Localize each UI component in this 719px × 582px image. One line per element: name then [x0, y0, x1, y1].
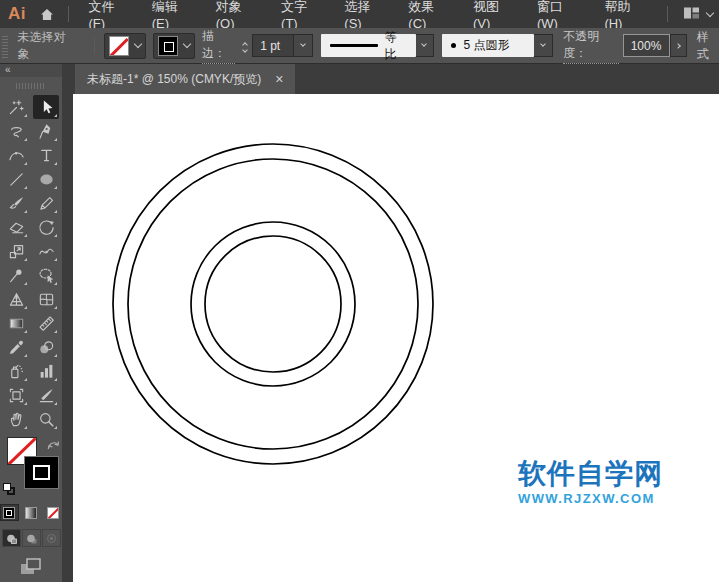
opacity-label[interactable]: 不透明度：: [563, 28, 618, 64]
style-label[interactable]: 样式: [697, 29, 719, 63]
draw-normal-button[interactable]: [2, 529, 21, 547]
artwork-concentric-circles[interactable]: [73, 94, 719, 582]
magic-wand-tool[interactable]: [3, 95, 29, 119]
watermark: 软件自学网 WWW.RJZXW.COM: [518, 460, 663, 505]
column-graph-tool[interactable]: [33, 359, 59, 383]
chevron-down-icon: [134, 40, 142, 48]
menu-item-file[interactable]: 文件(F): [77, 0, 140, 28]
pen-tool[interactable]: [33, 119, 59, 143]
shape-builder-tool[interactable]: [33, 263, 59, 287]
draw-behind-button[interactable]: [22, 529, 41, 547]
watermark-title: 软件自学网: [518, 460, 663, 488]
canvas[interactable]: 软件自学网 WWW.RJZXW.COM: [73, 94, 719, 582]
draw-inside-button[interactable]: [42, 529, 61, 547]
document-tab-title: 未标题-1* @ 150% (CMYK/预览): [87, 71, 261, 88]
menu-item-view[interactable]: 视图(V): [462, 0, 526, 28]
panel-drag-grip[interactable]: [16, 83, 46, 89]
eraser-tool[interactable]: [3, 215, 29, 239]
hand-tool[interactable]: [3, 407, 29, 431]
mesh-tool[interactable]: [33, 287, 59, 311]
stroke-black-swatch[interactable]: [158, 36, 178, 56]
home-icon[interactable]: [35, 4, 59, 24]
type-tool[interactable]: [33, 143, 59, 167]
close-icon[interactable]: ×: [275, 72, 283, 86]
stroke-well-black[interactable]: [24, 456, 59, 489]
color-type-buttons: [0, 504, 62, 521]
stroke-width-input[interactable]: 1 pt: [252, 34, 294, 57]
gradient-button[interactable]: [22, 504, 41, 521]
swap-fill-stroke-icon[interactable]: [47, 436, 60, 454]
eyedropper-tool[interactable]: [3, 335, 29, 359]
document-tab[interactable]: 未标题-1* @ 150% (CMYK/预览) ×: [75, 64, 295, 94]
paintbrush-tool[interactable]: [3, 191, 29, 215]
circle-shape[interactable]: [205, 236, 341, 372]
circle-shape[interactable]: [128, 159, 418, 449]
menu-item-window[interactable]: 窗口(W): [526, 0, 593, 28]
selection-tool[interactable]: [33, 95, 59, 119]
brush-select[interactable]: 5 点圆形: [442, 34, 534, 57]
brush-label: 5 点圆形: [463, 37, 509, 54]
width-tool[interactable]: [33, 239, 59, 263]
workspace-icon: [683, 5, 700, 24]
stroke-profile-dropdown[interactable]: [416, 34, 435, 57]
tools-panel: «: [0, 64, 62, 582]
measure-tool[interactable]: [33, 311, 59, 335]
chevron-right-icon: [676, 43, 682, 49]
menu-items: 文件(F)编辑(E)对象(O)文字(T)选择(S)效果(C)视图(V)窗口(W)…: [77, 0, 658, 28]
menu-item-select[interactable]: 选择(S): [333, 0, 397, 28]
screen-mode-button[interactable]: [0, 556, 62, 578]
drag-grip[interactable]: [2, 34, 8, 58]
menu-item-effect[interactable]: 效果(C): [397, 0, 462, 28]
chevron-down-icon: [540, 41, 546, 47]
menu-item-edit[interactable]: 编辑(E): [141, 0, 205, 28]
fill-color-control[interactable]: [104, 33, 146, 59]
shaper-tool[interactable]: [33, 191, 59, 215]
curvature-tool[interactable]: [3, 143, 29, 167]
ellipse-tool[interactable]: [33, 167, 59, 191]
zoom-tool[interactable]: [33, 407, 59, 431]
stroke-profile-select[interactable]: 等比: [321, 34, 416, 57]
screen-mode-icon: [18, 556, 44, 578]
perspective-grid-tool[interactable]: [3, 287, 29, 311]
puppet-warp-tool[interactable]: [3, 263, 29, 287]
stroke-profile-label: 等比: [385, 29, 407, 63]
brush-dropdown[interactable]: [534, 34, 553, 57]
menu-item-help[interactable]: 帮助(H): [593, 0, 658, 28]
gradient-tool[interactable]: [3, 311, 29, 335]
stroke-profile-preview: [330, 44, 378, 46]
lasso-tool[interactable]: [3, 119, 29, 143]
stroke-width-dropdown[interactable]: [294, 34, 313, 57]
control-bar: 未选择对象 描边： 1 pt 等比 5 点圆形 不透明度： 100% 样式: [0, 28, 719, 64]
none-button[interactable]: [43, 504, 62, 521]
color-wells: [0, 435, 62, 499]
scale-tool[interactable]: [3, 239, 29, 263]
slice-tool[interactable]: [33, 383, 59, 407]
opacity-input[interactable]: 100%: [623, 34, 670, 57]
tab-strip: 未标题-1* @ 150% (CMYK/预览) ×: [62, 64, 719, 94]
stroke-label[interactable]: 描边：: [202, 28, 235, 64]
rotate-tool[interactable]: [33, 215, 59, 239]
divider: [667, 6, 668, 22]
brush-preview-dot: [451, 43, 456, 48]
circle-shape[interactable]: [191, 222, 355, 386]
circle-shape[interactable]: [113, 144, 433, 464]
workspace-switcher[interactable]: [677, 5, 719, 24]
chevron-down-icon: [300, 41, 306, 47]
divider: [94, 38, 95, 54]
artboard-tool[interactable]: [3, 383, 29, 407]
opacity-more-button[interactable]: [670, 34, 687, 57]
fill-none-swatch[interactable]: [109, 36, 129, 56]
menu-item-object[interactable]: 对象(O): [205, 0, 270, 28]
symbol-sprayer-tool[interactable]: [3, 359, 29, 383]
line-segment-tool[interactable]: [3, 167, 29, 191]
default-fill-stroke-icon[interactable]: [3, 483, 15, 495]
tools-grid: [0, 95, 62, 431]
selection-status: 未选择对象: [18, 29, 73, 63]
blend-tool[interactable]: [33, 335, 59, 359]
ai-logo: Ai: [0, 4, 35, 24]
collapse-panel-icon[interactable]: «: [0, 64, 62, 77]
stroke-width-stepper[interactable]: [243, 40, 247, 52]
menu-item-type[interactable]: 文字(T): [270, 0, 333, 28]
stroke-color-control[interactable]: [153, 33, 195, 59]
color-button[interactable]: [0, 504, 19, 521]
